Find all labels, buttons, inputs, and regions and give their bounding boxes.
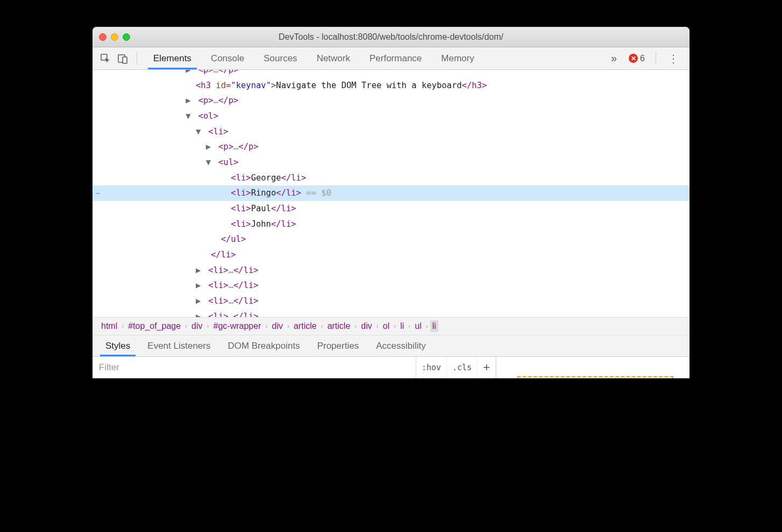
crumb-li-selected[interactable]: li (430, 320, 438, 332)
panel-tabs: Elements Console Sources Network Perform… (144, 47, 603, 69)
crumb-div[interactable]: div (189, 320, 204, 332)
error-icon: ✕ (629, 54, 638, 63)
crumb-div[interactable]: div (359, 320, 374, 332)
dom-node-li-paul[interactable]: <li>Paul</li> (93, 201, 689, 217)
tab-network[interactable]: Network (307, 47, 360, 69)
dom-node-p-inner[interactable]: ▶ <p>…</p> (93, 139, 689, 155)
dom-node-li-collapsed[interactable]: ▶ <li>…</li> (93, 263, 689, 278)
styles-filter-input[interactable] (93, 357, 416, 378)
crumb-article[interactable]: article (292, 320, 319, 332)
dom-node-p-cutoff[interactable]: ▶ <p>…</p> (93, 70, 689, 78)
dom-node-p-collapsed[interactable]: ▶ <p>…</p> (93, 93, 689, 109)
subtab-properties[interactable]: Properties (309, 335, 367, 356)
dom-node-li-close[interactable]: </li> (93, 247, 689, 263)
dom-node-li-collapsed[interactable]: ▶ <li>…</li> (93, 278, 689, 293)
dom-node-ol-open[interactable]: ▼ <ol> (93, 109, 689, 124)
crumb-li[interactable]: li (398, 320, 406, 332)
collapse-arrow-icon[interactable]: ▼ (206, 155, 214, 170)
device-toolbar-icon[interactable] (115, 51, 130, 66)
tab-performance[interactable]: Performance (360, 47, 431, 69)
crumb-html[interactable]: html (99, 320, 119, 332)
selected-node-actions-icon[interactable]: … (96, 185, 100, 198)
crumb-article[interactable]: article (325, 320, 353, 332)
collapse-arrow-icon[interactable]: ▼ (186, 109, 193, 124)
dom-node-ul-close[interactable]: </ul> (93, 232, 689, 247)
computed-pane-preview (496, 357, 689, 378)
crumb-gc-wrapper[interactable]: #gc-wrapper (211, 320, 264, 332)
hov-toggle-button[interactable]: :hov (416, 357, 447, 378)
expand-arrow-icon[interactable]: ▶ (206, 139, 214, 155)
subtab-event-listeners[interactable]: Event Listeners (139, 335, 219, 356)
tab-console[interactable]: Console (201, 47, 254, 69)
new-style-rule-button[interactable]: + (478, 357, 496, 378)
dom-node-ul-open[interactable]: ▼ <ul> (93, 155, 689, 170)
box-model-margin-icon (517, 376, 673, 378)
toolbar-separator (656, 52, 656, 65)
expand-arrow-icon[interactable]: ▶ (196, 263, 203, 278)
dom-tree-panel[interactable]: ▶ <p>…</p> <h3 id="keynav">Navigate the … (93, 70, 689, 317)
expand-arrow-icon[interactable]: ▶ (186, 70, 193, 78)
main-toolbar: Elements Console Sources Network Perform… (93, 47, 689, 70)
crumb-ul[interactable]: ul (413, 320, 423, 332)
dom-node-li-collapsed[interactable]: ▶ <li>…</li> (93, 309, 689, 317)
more-tabs-button[interactable]: » (606, 52, 622, 64)
dom-breadcrumb: html› #top_of_page› div› #gc-wrapper› di… (93, 317, 689, 335)
styles-subtabs: Styles Event Listeners DOM Breakpoints P… (93, 335, 689, 357)
crumb-ol[interactable]: ol (381, 320, 392, 332)
dom-node-li-john[interactable]: <li>John</li> (93, 217, 689, 232)
error-counter[interactable]: ✕ 6 (624, 54, 649, 63)
dom-node-h3[interactable]: <h3 id="keynav">Navigate the DOM Tree wi… (93, 78, 689, 94)
toolbar-separator (137, 52, 137, 65)
minimize-window-button[interactable] (111, 33, 118, 41)
tab-sources[interactable]: Sources (254, 47, 307, 69)
dom-node-li-george[interactable]: <li>George</li> (93, 170, 689, 186)
traffic-lights (99, 33, 130, 41)
inspect-element-icon[interactable] (98, 51, 113, 66)
dom-node-li-ringo-selected[interactable]: … <li>Ringo</li> == $0 (93, 185, 689, 201)
subtab-styles[interactable]: Styles (97, 335, 139, 356)
dom-node-li-collapsed[interactable]: ▶ <li>…</li> (93, 293, 689, 309)
tab-memory[interactable]: Memory (431, 47, 484, 69)
expand-arrow-icon[interactable]: ▶ (186, 93, 193, 109)
dom-node-li-open[interactable]: ▼ <li> (93, 124, 689, 140)
cls-toggle-button[interactable]: .cls (447, 357, 478, 378)
window-title: DevTools - localhost:8080/web/tools/chro… (93, 32, 689, 42)
devtools-window: DevTools - localhost:8080/web/tools/chro… (93, 27, 689, 378)
styles-toolbar: :hov .cls + (93, 357, 689, 378)
expand-arrow-icon[interactable]: ▶ (196, 293, 203, 309)
error-count: 6 (640, 54, 645, 63)
svg-rect-2 (123, 57, 127, 63)
tab-elements[interactable]: Elements (144, 47, 201, 69)
settings-menu-button[interactable]: ⋮ (663, 52, 684, 65)
titlebar: DevTools - localhost:8080/web/tools/chro… (93, 27, 689, 47)
subtab-accessibility[interactable]: Accessibility (367, 335, 435, 356)
expand-arrow-icon[interactable]: ▶ (196, 278, 203, 293)
expand-arrow-icon[interactable]: ▶ (196, 309, 203, 317)
close-window-button[interactable] (99, 33, 106, 41)
crumb-top-of-page[interactable]: #top_of_page (126, 320, 183, 332)
crumb-div[interactable]: div (270, 320, 285, 332)
subtab-dom-breakpoints[interactable]: DOM Breakpoints (219, 335, 308, 356)
maximize-window-button[interactable] (123, 33, 130, 41)
collapse-arrow-icon[interactable]: ▼ (196, 124, 203, 140)
